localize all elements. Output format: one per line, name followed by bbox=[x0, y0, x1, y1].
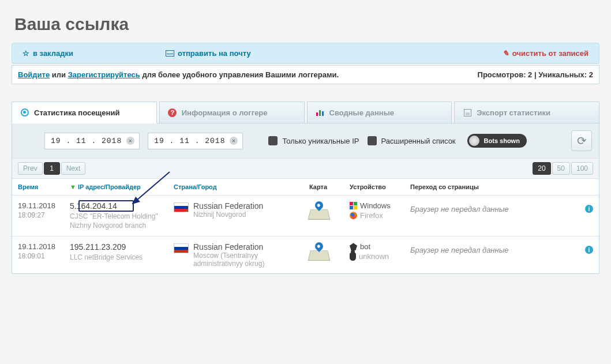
send-mail-link[interactable]: отправить на почту bbox=[166, 49, 251, 58]
unknown-icon bbox=[350, 253, 356, 261]
tab-stats[interactable]: Статистика посещений bbox=[12, 102, 157, 123]
table-header: Время ▼IP адрес/Провайдер Страна/Город К… bbox=[12, 179, 599, 196]
row-os: bot bbox=[360, 242, 370, 251]
checkbox-icon bbox=[268, 136, 278, 145]
row-country: Russian Federation bbox=[193, 242, 309, 252]
tab-stats-label: Статистика посещений bbox=[34, 108, 119, 117]
tab-summary[interactable]: Сводные данные bbox=[307, 102, 452, 123]
flag-ru-icon bbox=[174, 243, 189, 253]
checkbox-icon bbox=[368, 136, 377, 145]
row-time: 18:09:27 bbox=[18, 211, 70, 219]
expanded-list-label: Расширенный список bbox=[381, 137, 456, 145]
clear-date-from-icon[interactable]: ✕ bbox=[126, 137, 134, 145]
row-time: 18:09:01 bbox=[18, 252, 70, 260]
date-to-value: 19 . 11 . 2018 bbox=[154, 137, 225, 145]
question-icon: ? bbox=[168, 108, 177, 117]
filter-row: 19 . 11 . 2018 ✕ 19 . 11 . 2018 ✕ Только… bbox=[12, 123, 599, 158]
windows-icon bbox=[350, 202, 357, 209]
row-city: Moscow (Tsentralnyy administrativnyy okr… bbox=[193, 252, 309, 268]
login-link[interactable]: Войдите bbox=[18, 70, 50, 79]
login-tail: для более удобного управления Вашими лог… bbox=[140, 70, 339, 79]
star-icon: ☆ bbox=[23, 49, 29, 58]
tab-info[interactable]: ? Информация о логгере bbox=[159, 102, 305, 123]
tab-info-label: Информация о логгере bbox=[182, 108, 268, 117]
map-pin-icon[interactable] bbox=[309, 201, 329, 220]
row-city: Nizhnij Novgorod bbox=[193, 211, 263, 219]
bots-toggle[interactable]: Bots shown bbox=[467, 134, 527, 148]
date-from-value: 19 . 11 . 2018 bbox=[51, 137, 122, 145]
unique-label: Уникальных: bbox=[538, 70, 589, 79]
header-ip[interactable]: ▼IP адрес/Провайдер bbox=[70, 183, 174, 190]
date-to-input[interactable]: 19 . 11 . 2018 ✕ bbox=[148, 133, 243, 149]
send-mail-label: отправить на почту bbox=[178, 49, 251, 58]
export-icon bbox=[463, 108, 472, 117]
views-label: Просмотров: bbox=[478, 70, 528, 79]
sort-arrow-icon: ▼ bbox=[70, 183, 76, 190]
cell-ip: 5.164.204.14 CJSC "ER-Telecom Holding" N… bbox=[70, 201, 174, 230]
map-pin-icon[interactable] bbox=[309, 242, 329, 261]
info-button[interactable]: i bbox=[585, 205, 593, 213]
barchart-icon bbox=[316, 108, 325, 117]
header-referrer: Переход со страницы bbox=[410, 183, 576, 190]
cell-device: Windows Firefox bbox=[350, 201, 410, 221]
cell-map bbox=[309, 201, 350, 222]
table-row: 19.11.2018 18:09:27 5.164.204.14 CJSC "E… bbox=[12, 196, 599, 237]
tab-export-label: Экспорт статистики bbox=[477, 108, 550, 117]
row-country: Russian Federation bbox=[193, 201, 263, 211]
cell-country: Russian Federation Nizhnij Novgorod bbox=[174, 201, 309, 219]
pager-row: Prev 1 Next 20 50 100 bbox=[12, 158, 599, 179]
date-from-input[interactable]: 19 . 11 . 2018 ✕ bbox=[44, 133, 140, 149]
pagesize-50[interactable]: 50 bbox=[552, 162, 570, 175]
cell-map bbox=[309, 242, 350, 262]
unique-ip-checkbox[interactable]: Только уникальные IP bbox=[268, 136, 359, 145]
next-button[interactable]: Next bbox=[61, 162, 86, 175]
expanded-list-checkbox[interactable]: Расширенный список bbox=[368, 136, 456, 145]
row-ip[interactable]: 195.211.23.209 bbox=[70, 242, 174, 252]
page-title: Ваша ссылка bbox=[14, 14, 599, 34]
unique-value: 2 bbox=[589, 70, 593, 79]
stats-panel: 19 . 11 . 2018 ✕ 19 . 11 . 2018 ✕ Только… bbox=[12, 123, 599, 274]
prev-button[interactable]: Prev bbox=[18, 162, 43, 175]
cell-time: 19.11.2018 18:09:27 bbox=[18, 201, 70, 219]
row-browser: Firefox bbox=[360, 211, 383, 220]
eye-icon bbox=[20, 108, 29, 117]
tab-summary-label: Сводные данные bbox=[329, 108, 395, 117]
row-os: Windows bbox=[360, 201, 391, 210]
cell-time: 19.11.2018 18:09:01 bbox=[18, 242, 70, 260]
clear-date-to-icon[interactable]: ✕ bbox=[230, 137, 238, 145]
pagesize-100[interactable]: 100 bbox=[571, 162, 593, 175]
flag-ru-icon bbox=[174, 202, 189, 212]
cell-referrer: Браузер не передал данные bbox=[410, 242, 576, 254]
table-row: 19.11.2018 18:09:01 195.211.23.209 LLC n… bbox=[12, 237, 599, 273]
pagesize-20[interactable]: 20 bbox=[533, 162, 550, 175]
eraser-icon: ✎ bbox=[503, 49, 509, 58]
refresh-icon: ⟳ bbox=[577, 134, 587, 148]
page-current[interactable]: 1 bbox=[44, 162, 60, 175]
toggle-knob-icon bbox=[469, 136, 479, 146]
header-country[interactable]: Страна/Город bbox=[174, 183, 309, 190]
header-map: Карта bbox=[309, 183, 350, 190]
cell-ip: 195.211.23.209 LLC netBridge Services bbox=[70, 242, 174, 262]
row-browser: unknown bbox=[359, 252, 389, 261]
clear-records-link[interactable]: ✎ очистить от записей bbox=[503, 49, 588, 58]
header-time[interactable]: Время bbox=[18, 183, 70, 190]
header-ip-label: IP адрес/Провайдер bbox=[78, 183, 141, 190]
bookmarks-link[interactable]: ☆ в закладки bbox=[23, 49, 73, 58]
tab-export[interactable]: Экспорт статистики bbox=[454, 102, 599, 123]
register-link[interactable]: Зарегистрируйтесь bbox=[68, 70, 140, 79]
row-provider: CJSC "ER-Telecom Holding" Nizhny Novgoro… bbox=[70, 212, 174, 230]
top-actions-bar: ☆ в закладки отправить на почту ✎ очисти… bbox=[12, 43, 599, 64]
cell-country: Russian Federation Moscow (Tsentralnyy a… bbox=[174, 242, 309, 268]
firefox-icon bbox=[350, 212, 357, 219]
login-info-bar: Войдите или Зарегистрируйтесь для более … bbox=[12, 65, 599, 84]
row-ip[interactable]: 5.164.204.14 bbox=[70, 201, 174, 211]
row-date: 19.11.2018 bbox=[18, 242, 70, 251]
view-counts: Просмотров: 2 | Уникальных: 2 bbox=[478, 70, 593, 79]
info-button[interactable]: i bbox=[585, 246, 593, 254]
refresh-button[interactable]: ⟳ bbox=[571, 130, 592, 151]
row-date: 19.11.2018 bbox=[18, 201, 70, 210]
cell-device: bot unknown bbox=[350, 242, 410, 262]
tabs: Статистика посещений ? Информация о логг… bbox=[12, 102, 599, 123]
clear-records-label: очистить от записей bbox=[512, 49, 588, 58]
bots-toggle-label: Bots shown bbox=[484, 137, 520, 144]
